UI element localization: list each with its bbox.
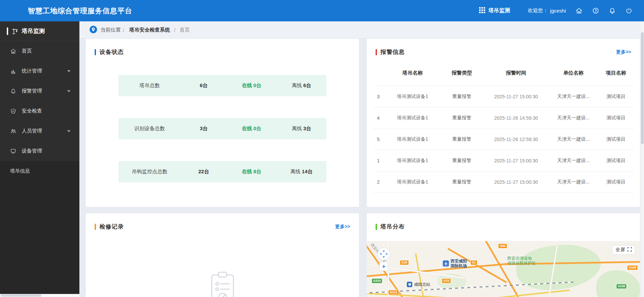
sidebar-item-safety-check[interactable]: 安全检查 <box>0 101 79 121</box>
stat-label: 吊钩监控点总数 <box>118 169 181 175</box>
username: jgceshi <box>550 8 566 14</box>
map-zoom-in-button[interactable]: + <box>379 262 388 271</box>
location-pin-icon <box>90 26 97 34</box>
map-label-wetland: 西安泾渭湿地 省级自然保护区 <box>507 256 536 265</box>
stat-online: 在线8台 <box>227 169 277 175</box>
sidebar-item-statistics[interactable]: 统计管理 <box>0 61 79 81</box>
panel-title: 塔吊分布 <box>380 223 405 231</box>
fullscreen-icon <box>627 247 632 253</box>
map-road <box>482 290 570 297</box>
breadcrumb-prefix: 当前位置： <box>100 27 126 33</box>
tower-crane-icon <box>12 28 18 35</box>
sidebar-title-label: 塔吊监测 <box>22 27 45 35</box>
title-accent-bar <box>7 27 8 35</box>
alarm-table-row[interactable]: 1 塔吊测试设备1 重量报警 2025-11-27 15:00:30 天津天一建… <box>372 150 634 171</box>
chevron-down-icon <box>67 70 71 72</box>
power-icon[interactable] <box>625 7 632 14</box>
vertical-scrollbar-thumb[interactable] <box>641 32 644 144</box>
alarm-table-row[interactable]: 5 塔吊测试设备1 重量报警 2025-11-26 12:59:30 天津天一建… <box>372 128 634 150</box>
map-canvas[interactable]: G65 G29 S1 G70 G310 G108 S108 G211 西安外环高… <box>367 241 640 297</box>
column-header: 塔吊名称 <box>384 70 441 76</box>
alarm-more-link[interactable]: 更多>> <box>616 49 631 55</box>
map-label-station: 咸阳北站 <box>407 282 430 287</box>
sidebar-item-personnel[interactable]: 人员管理 <box>0 121 79 141</box>
home-icon[interactable] <box>575 7 583 14</box>
road-badge: S1 <box>471 260 477 265</box>
sidebar-item-label: 统计管理 <box>22 68 62 74</box>
column-header: 单位名称 <box>549 70 598 76</box>
sidebar-item-label: 人员管理 <box>22 128 62 134</box>
panel-accent-bar <box>95 224 96 230</box>
stat-offline: 离线14台 <box>277 169 326 175</box>
map-green-area <box>596 270 640 297</box>
train-icon <box>407 282 412 287</box>
monitor-icon <box>10 148 16 154</box>
road-badge: G29 <box>400 260 409 265</box>
panel-accent-bar <box>376 224 377 230</box>
alarm-table-header: 塔吊名称 报警类型 报警时间 单位名称 项目名称 <box>372 64 634 82</box>
fullscreen-label: 全屏 <box>615 247 625 253</box>
stat-label: 塔吊总数 <box>118 82 181 89</box>
alarm-bell-icon <box>10 88 16 94</box>
sidebar-item-label: 安全检查 <box>22 108 71 114</box>
map-fullscreen-button[interactable]: 全屏 <box>612 245 635 255</box>
map-road <box>367 293 486 297</box>
road-badge: G310 <box>372 279 382 283</box>
app-switcher-label: 塔吊监测 <box>488 7 510 14</box>
stat-online: 在线0台 <box>227 125 277 132</box>
horizontal-scrollbar[interactable] <box>0 294 79 297</box>
sidebar-item-device[interactable]: 设备管理 <box>0 141 79 161</box>
stat-total: 22台 <box>181 169 227 175</box>
bell-icon[interactable] <box>609 7 616 14</box>
device-status-panel: 设备状态 塔吊总数 6台 在线0台 离线6台 识别设备总数 3台 在线0台 离线… <box>86 39 359 207</box>
sidebar-subitem-crane-info[interactable]: 塔吊信息 <box>0 161 79 181</box>
alarm-table: 塔吊名称 报警类型 报警时间 单位名称 项目名称 3 塔吊测试设备1 重量报警 … <box>372 64 634 193</box>
sidebar-item-home[interactable]: 首页 <box>0 41 79 61</box>
map-label-airport: 西安咸阳 国际机场 <box>443 259 467 268</box>
chevron-down-icon <box>67 90 71 92</box>
top-header: 智慧工地综合管理服务信息平台 塔吊监测 欢迎您： jgceshi <box>0 0 644 21</box>
sidebar-item-label: 报警管理 <box>22 88 62 94</box>
maintenance-more-link[interactable]: 更多>> <box>335 224 350 230</box>
column-header: 项目名称 <box>598 70 634 76</box>
road-badge: G70 <box>442 279 451 283</box>
empty-state <box>86 271 359 297</box>
dashboard-content: 设备状态 塔吊总数 6台 在线0台 离线6台 识别设备总数 3台 在线0台 离线… <box>79 39 644 297</box>
sidebar-item-alarm[interactable]: 报警管理 <box>0 81 79 101</box>
breadcrumb-system[interactable]: 塔吊安全检查系统 <box>129 27 170 33</box>
welcome-text: 欢迎您： jgceshi <box>528 7 566 14</box>
vertical-scrollbar[interactable] <box>641 21 644 297</box>
column-header: 报警类型 <box>441 70 483 76</box>
stat-label: 识别设备总数 <box>118 125 181 132</box>
stat-row-cranes: 塔吊总数 6台 在线0台 离线6台 <box>118 75 326 96</box>
alarm-table-row[interactable]: 4 塔吊测试设备1 重量报警 2025-11-26 14:59:30 天津天一建… <box>372 107 634 128</box>
stat-row-recognition-devices: 识别设备总数 3台 在线0台 离线3台 <box>118 118 326 139</box>
sidebar-title: 塔吊监测 <box>0 21 79 41</box>
map-green-area <box>513 241 604 295</box>
stat-row-hook-monitors: 吊钩监控点总数 22台 在线8台 离线14台 <box>118 161 326 182</box>
panel-title: 报警信息 <box>380 48 405 56</box>
road-badge: S108 <box>617 284 626 289</box>
people-icon <box>10 128 16 134</box>
stat-total: 6台 <box>181 82 227 89</box>
panel-accent-bar <box>376 49 377 55</box>
sidebar-submenu: 塔吊信息 <box>0 161 79 297</box>
sidebar: 塔吊监测 首页 统计管理 报警管理 <box>0 21 79 297</box>
alarm-table-row[interactable]: 2 塔吊测试设备1 重量报警 2025-11-27 15:00:30 天津天一建… <box>372 171 634 193</box>
map-compass-control[interactable] <box>377 247 391 262</box>
road-badge: G108 <box>627 265 638 270</box>
horizontal-scrollbar-thumb[interactable] <box>1 294 41 297</box>
road-badge: G211 <box>389 290 399 295</box>
panel-title: 检修记录 <box>99 223 124 231</box>
stat-offline: 离线3台 <box>277 125 326 132</box>
alarm-table-row[interactable]: 3 塔吊测试设备1 重量报警 2025-11-27 15:00:30 天津天一建… <box>372 86 634 107</box>
road-badge: G65 <box>498 244 507 248</box>
home-icon <box>10 48 16 54</box>
app-switcher[interactable]: 塔吊监测 <box>479 7 510 15</box>
welcome-prefix: 欢迎您： <box>528 7 548 14</box>
alarm-info-panel: 报警信息 更多>> 塔吊名称 报警类型 报警时间 单位名称 项目名称 3 <box>367 39 640 207</box>
help-icon[interactable] <box>592 7 599 14</box>
breadcrumb: 当前位置： 塔吊安全检查系统 / 首页 <box>79 21 644 39</box>
stat-total: 3台 <box>181 125 227 132</box>
breadcrumb-separator: / <box>174 27 175 33</box>
